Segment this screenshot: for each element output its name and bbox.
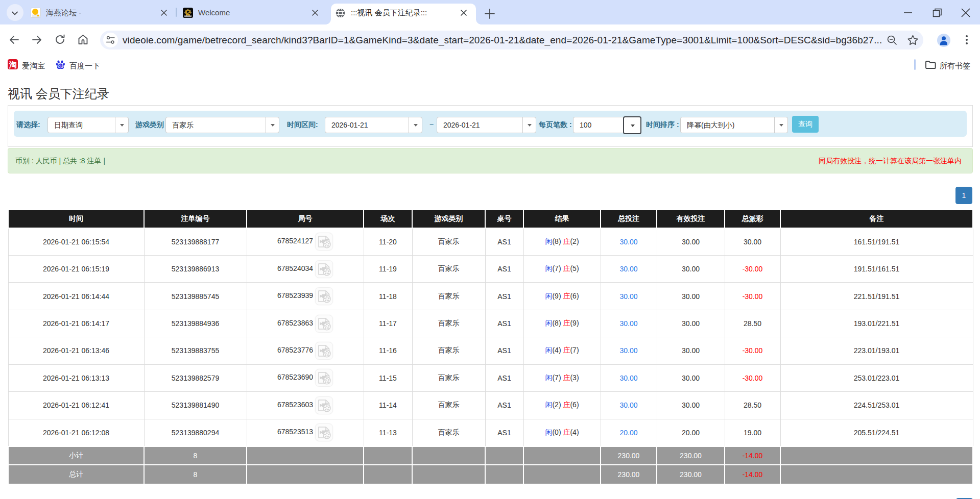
svg-text:du: du — [58, 64, 63, 69]
svg-text:淘: 淘 — [9, 60, 17, 69]
